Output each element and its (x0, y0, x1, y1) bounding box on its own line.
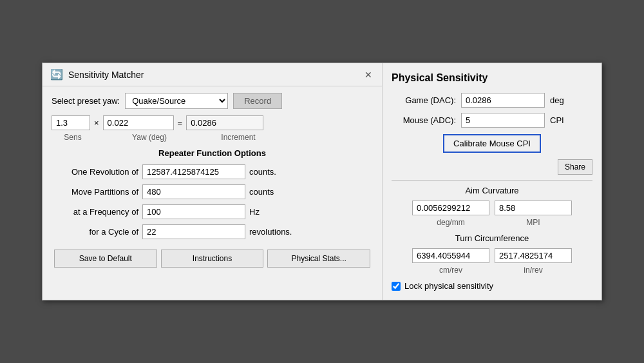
game-dac-input[interactable] (461, 93, 545, 108)
yaw-label: Yaw (deg) (112, 133, 187, 142)
partitions-row: Move Partitions of counts (52, 184, 373, 199)
frequency-unit: Hz (249, 207, 260, 217)
repeater-section-title: Repeater Function Options (52, 148, 373, 158)
game-dac-row: Game (DAC): deg (392, 93, 592, 108)
divider1 (392, 180, 592, 181)
lock-label: Lock physical sensitivity (404, 281, 493, 291)
right-panel: Physical Sensitivity Game (DAC): deg Mou… (383, 63, 601, 300)
window-title: Sensitivity Matcher (68, 70, 144, 80)
aim-labels: deg/mm MPI (392, 218, 592, 227)
instructions-button[interactable]: Instructions (161, 250, 264, 268)
partitions-unit: counts (249, 187, 274, 197)
left-content: Select preset yaw: Quake/Source CS:GO Ov… (43, 86, 382, 274)
circum-label1: cm/rev (412, 266, 489, 275)
frequency-label: at a Frequency of (52, 207, 138, 217)
mouse-adc-unit: CPI (550, 115, 564, 125)
calibrate-button[interactable]: Calibrate Mouse CPI (443, 134, 541, 153)
partitions-label: Move Partitions of (52, 187, 138, 197)
increment-label: Increment (200, 133, 277, 142)
aim-value1-input[interactable] (412, 201, 489, 215)
aim-curvature-title: Aim Curvature (392, 186, 592, 195)
revolution-label: One Revolution of (52, 167, 138, 177)
aim-value2-input[interactable] (495, 201, 572, 215)
circum-labels: cm/rev in/rev (392, 266, 592, 275)
circum-value1-input[interactable] (412, 248, 489, 263)
lock-row: Lock physical sensitivity (392, 281, 592, 291)
preset-label: Select preset yaw: (52, 96, 120, 106)
partitions-input[interactable] (142, 184, 245, 199)
title-bar-left: 🔄 Sensitivity Matcher (50, 68, 144, 81)
bottom-buttons: Save to Default Instructions Physical St… (52, 250, 373, 268)
cycle-unit: revolutions. (249, 227, 292, 237)
equals-symbol: = (178, 118, 183, 128)
title-bar: 🔄 Sensitivity Matcher ✕ (43, 63, 382, 86)
game-dac-unit: deg (550, 95, 564, 105)
yaw-input[interactable] (103, 115, 174, 130)
cycle-label: for a Cycle of (52, 227, 138, 237)
game-dac-label: Game (DAC): (392, 95, 456, 105)
refresh-icon: 🔄 (50, 68, 63, 81)
aim-label1: deg/mm (412, 218, 489, 227)
aim-label2: MPI (495, 218, 572, 227)
increment-input[interactable] (186, 115, 263, 130)
multiply-symbol: × (94, 118, 99, 128)
record-button[interactable]: Record (233, 93, 282, 109)
mouse-adc-label: Mouse (ADC): (392, 115, 456, 125)
cycle-row: for a Cycle of revolutions. (52, 224, 373, 239)
share-button[interactable]: Share (558, 159, 592, 175)
frequency-input[interactable] (142, 204, 245, 219)
preset-select[interactable]: Quake/Source CS:GO Overwatch Valorant Cu… (125, 93, 228, 109)
lock-checkbox[interactable] (392, 282, 401, 291)
aim-curvature-row (392, 201, 592, 215)
cycle-input[interactable] (142, 224, 245, 239)
physical-stats-button[interactable]: Physical Stats... (267, 250, 370, 268)
frequency-row: at a Frequency of Hz (52, 204, 373, 219)
turn-circumference-title: Turn Circumference (392, 233, 592, 243)
mouse-adc-row: Mouse (ADC): CPI (392, 113, 592, 128)
circum-value2-input[interactable] (495, 248, 572, 263)
save-default-button[interactable]: Save to Default (54, 250, 157, 268)
right-panel-title: Physical Sensitivity (392, 72, 592, 84)
revolution-unit: counts. (249, 167, 276, 177)
sens-input[interactable] (52, 115, 90, 130)
circum-label2: in/rev (495, 266, 572, 275)
close-button[interactable]: ✕ (363, 69, 374, 81)
formula-row: × = (52, 115, 373, 130)
mouse-adc-input[interactable] (461, 113, 545, 128)
preset-row: Select preset yaw: Quake/Source CS:GO Ov… (52, 93, 373, 109)
sens-label: Sens (52, 133, 94, 142)
circumference-row (392, 248, 592, 263)
left-panel: 🔄 Sensitivity Matcher ✕ Select preset ya… (43, 63, 383, 300)
revolution-row: One Revolution of counts. (52, 164, 373, 179)
formula-labels: Sens Yaw (deg) Increment (52, 133, 373, 142)
revolution-input[interactable] (142, 164, 245, 179)
